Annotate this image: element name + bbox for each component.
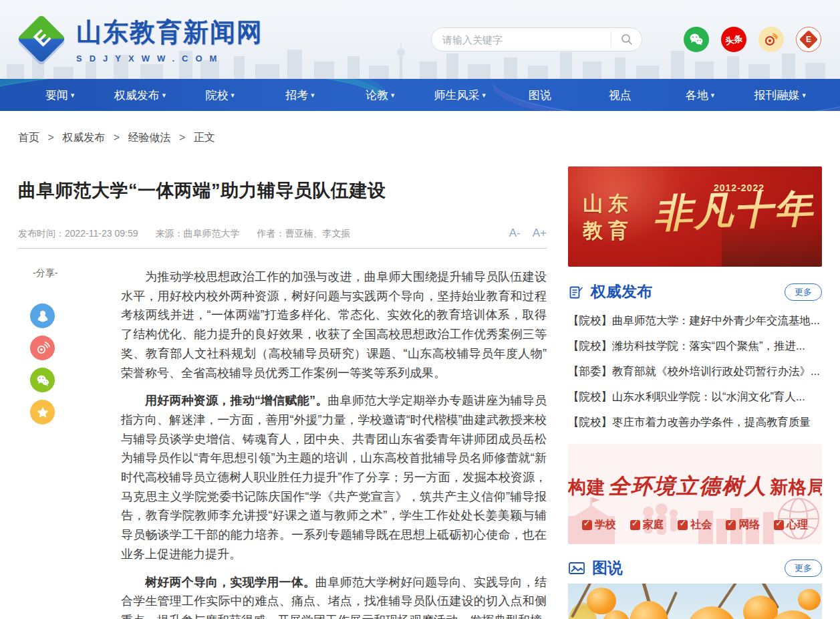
breadcrumb-separator: > <box>47 132 53 143</box>
checkbox-icon <box>774 520 784 530</box>
share-qzone-icon[interactable] <box>30 400 55 424</box>
nav-item-gedi[interactable]: 各地 <box>660 79 740 111</box>
nav-item-yaowen[interactable]: 要闻 <box>20 79 100 111</box>
authority-section-title: 权威发布 <box>591 281 652 302</box>
toutiao-icon[interactable]: 头条 <box>721 27 746 52</box>
site-header: E 山东教育新闻网 SDJYXWW.COM <box>0 0 840 79</box>
search-input[interactable] <box>432 28 611 51</box>
news-item[interactable]: 【院校】山东水利职业学院：以“水润文化”育人... <box>568 384 822 409</box>
nav-item-zhaokao[interactable]: 招考 <box>260 79 340 111</box>
nav-item-yuanxiao[interactable]: 院校 <box>180 79 260 111</box>
news-item[interactable]: 【院校】枣庄市着力改善办学条件，提高教育质量 <box>568 409 822 435</box>
nav-item-tushuo[interactable]: 图说 <box>500 79 580 111</box>
share-label: -分享- <box>33 267 121 279</box>
banner-shandong-education-decade[interactable]: 山东 教育 2012-2022 非凡十年 <box>568 166 822 267</box>
authority-news-list: 【院校】曲阜师范大学：建好中外青少年交流基地... 【院校】潍坊科技学院：落实“… <box>568 307 822 435</box>
font-larger-button[interactable]: A+ <box>533 227 547 240</box>
photo-section-header: 图说 更多 <box>568 558 822 578</box>
paragraph-2: 用好两种资源，推动“增信赋能”。曲阜师范大学定期举办专题讲座为辅导员指方向、解迷… <box>121 391 547 564</box>
sidebar: 山东 教育 2012-2022 非凡十年 权威发布 更多 【院校 <box>568 166 822 619</box>
site-app-icon[interactable]: E <box>796 27 821 52</box>
breadcrumb-home[interactable]: 首页 <box>18 132 39 143</box>
weibo-icon[interactable] <box>758 27 784 52</box>
picture-icon <box>568 560 585 576</box>
toutiao-label: 头条 <box>724 33 743 45</box>
nav-item-quanweifabu[interactable]: 权威发布 <box>100 79 180 111</box>
breadcrumb-subsection[interactable]: 经验做法 <box>128 132 171 143</box>
photo-more-button[interactable]: 更多 <box>785 560 822 577</box>
news-doc-icon <box>568 284 584 300</box>
breadcrumb: 首页 > 权威发布 > 经验做法 > 正文 <box>18 131 822 145</box>
checkbox-icon <box>630 520 640 530</box>
share-wechat-icon[interactable] <box>30 368 55 392</box>
site-logo[interactable]: E 山东教育新闻网 SDJYXWW.COM <box>19 15 263 64</box>
social-links: 头条 E <box>684 27 821 52</box>
share-qq-icon[interactable] <box>30 303 55 328</box>
article-source: 来源：曲阜师范大学 <box>156 228 240 240</box>
breadcrumb-section[interactable]: 权威发布 <box>62 132 105 143</box>
banner-full-environment-education[interactable]: 构建全环境立德树人新格局 学校 家庭 社会 网络 心理 <box>568 444 822 544</box>
banner-decade-line1: 山东 <box>583 191 634 217</box>
search-box <box>431 27 642 51</box>
breadcrumb-separator: > <box>179 132 185 143</box>
share-panel: -分享- <box>18 267 121 619</box>
authority-more-button[interactable]: 更多 <box>785 283 822 301</box>
search-icon <box>621 33 633 45</box>
article: 曲阜师范大学“一体两端”助力辅导员队伍建设 发布时间：2022-11-23 09… <box>18 166 547 619</box>
checkbox-icon <box>582 520 592 530</box>
checkbox-icon <box>726 520 736 530</box>
breadcrumb-separator: > <box>114 132 120 143</box>
banner-env-tags: 学校 家庭 社会 网络 心理 <box>568 518 822 532</box>
article-paragraphs: 为推动学校思想政治工作的加强与改进，曲阜师大围绕提升辅导员队伍建设水平，用好校内… <box>121 267 547 619</box>
site-title: 山东教育新闻网 <box>76 15 263 49</box>
paragraph-1: 为推动学校思想政治工作的加强与改进，曲阜师大围绕提升辅导员队伍建设水平，用好校内… <box>121 267 547 382</box>
font-size-controls: A- A+ <box>509 227 547 240</box>
nav-item-baokanrongmei[interactable]: 报刊融媒 <box>740 79 820 111</box>
breadcrumb-current: 正文 <box>194 132 215 143</box>
share-weibo-icon[interactable] <box>30 336 55 360</box>
photo-persimmons[interactable] <box>568 584 822 619</box>
nav-item-lunjiao[interactable]: 论教 <box>340 79 420 111</box>
article-title: 曲阜师范大学“一体两端”助力辅导员队伍建设 <box>18 178 547 203</box>
article-author: 作者：曹亚楠、李文振 <box>257 228 351 240</box>
main-navigation: 要闻 权威发布 院校 招考 论教 师生风采 图说 视点 各地 报刊融媒 <box>0 79 840 111</box>
news-item[interactable]: 【院校】潍坊科技学院：落实“四个聚焦”，推进... <box>568 333 822 358</box>
wechat-icon[interactable] <box>684 27 709 52</box>
banner-decade-slogan: 非凡十年 <box>653 182 815 240</box>
nav-item-shishengfengcai[interactable]: 师生风采 <box>420 79 501 111</box>
site-domain: SDJYXWW.COM <box>76 53 263 64</box>
banner-env-title: 构建全环境立德树人新格局 <box>568 472 822 501</box>
banner-decade-line2: 教育 <box>583 217 634 244</box>
authority-section-header: 权威发布 更多 <box>568 281 822 302</box>
photo-section-title: 图说 <box>592 558 623 578</box>
nav-item-shidian[interactable]: 视点 <box>580 79 660 111</box>
news-item[interactable]: 【院校】曲阜师范大学：建好中外青少年交流基地... <box>568 307 822 333</box>
font-smaller-button[interactable]: A- <box>509 227 521 240</box>
search-button[interactable] <box>611 31 642 47</box>
checkbox-icon <box>678 520 688 530</box>
site-logo-icon: E <box>19 16 65 63</box>
paragraph-3: 树好两个导向，实现学用一体。曲阜师范大学树好问题导向、实践导向，结合学生管理工作… <box>121 573 547 619</box>
news-item[interactable]: 【部委】教育部就《校外培训行政处罚暂行办法》... <box>568 358 822 384</box>
article-meta: 发布时间：2022-11-23 09:59 来源：曲阜师范大学 作者：曹亚楠、李… <box>18 227 547 249</box>
publish-time: 发布时间：2022-11-23 09:59 <box>18 228 138 240</box>
